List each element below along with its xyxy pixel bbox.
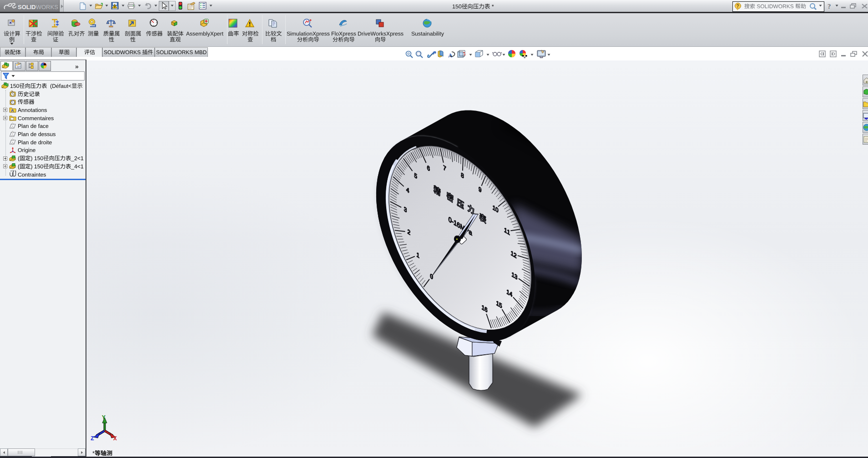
svg-text:SOLIDWORKS: SOLIDWORKS (18, 4, 58, 10)
svg-text:Y: Y (102, 414, 106, 421)
svg-text:X: X (113, 435, 117, 442)
svg-text:?: ? (737, 4, 739, 9)
svg-text:A: A (11, 108, 14, 113)
svg-text:Z: Z (91, 435, 94, 442)
svg-text:?: ? (828, 3, 831, 10)
